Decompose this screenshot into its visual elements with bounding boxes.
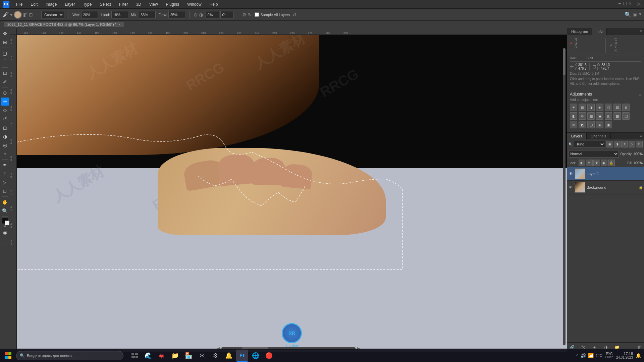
taskbar-chrome[interactable]: 🌐 [250,350,262,362]
layer-item-layer1[interactable]: 👁 Layer 1 [567,167,644,181]
document-tab[interactable]: 2022_12_11-GRACE FOOTS-482.tif @ 66,7% (… [4,22,124,27]
adj-vibrance[interactable]: ⬡ [605,104,612,111]
wet-input[interactable] [81,11,98,18]
adj-curves[interactable]: ◑ [587,104,595,111]
gradient-tool[interactable]: ◑ [1,132,9,140]
layers-menu-icon[interactable]: ≡ [638,133,644,139]
angle2-icon[interactable]: ↻ [248,12,252,17]
taskbar-app-red[interactable]: 🔴 [263,350,275,362]
show-hidden-icon[interactable]: ^ [576,353,578,358]
minimize-btn[interactable]: − [618,1,621,8]
hand-tool[interactable]: ✋ [1,198,9,206]
taskbar-edge[interactable]: 🌊 [142,350,154,362]
marquee-tool[interactable]: ▢ [1,49,9,57]
tab-histogram[interactable]: Histogram [567,28,592,35]
move-tool[interactable]: ✥ [1,29,9,38]
taskbar-opera[interactable]: ◉ [156,350,168,362]
filter-shape-icon[interactable]: ▷ [629,141,635,147]
adj-menu-icon[interactable]: ≡ [639,93,641,97]
workspace-icon[interactable]: ▣ [633,11,638,18]
adj-hsl[interactable]: ▧ [613,104,621,111]
sample-all-checkbox[interactable] [255,12,259,17]
screen-mode-btn[interactable]: ⬚ [1,237,9,245]
lock-artboards-btn[interactable]: ▣ [601,160,607,166]
window-close-btn[interactable]: ✕ [636,1,641,8]
canvas-area[interactable]: 110 120 130 140 150 160 170 180 190 200 … [10,28,567,352]
filter-pixel-icon[interactable]: ▣ [606,141,613,147]
menu-file[interactable]: File [15,1,24,7]
network-icon[interactable]: 📶 [588,353,594,358]
blend-mode-select[interactable]: Normal [569,150,619,158]
adj-gradient-map[interactable]: ▭ [570,121,577,128]
path-tool[interactable]: ▷ [1,178,9,186]
adj-invert[interactable]: ◰ [605,112,612,120]
adj-exposure[interactable]: ◈ [596,104,603,111]
adj-extra1[interactable]: ▢ [587,121,595,128]
adj-extra2[interactable]: ◈ [596,121,603,128]
lock-pixels-btn[interactable]: ✏ [586,160,593,166]
search-icon[interactable]: 🔍 [625,11,631,18]
load-input[interactable] [111,11,128,18]
lock-position-btn[interactable]: ✥ [593,160,600,166]
adj-color-balance[interactable]: ⊕ [622,104,630,111]
eraser-tool[interactable]: ◻ [1,124,9,132]
zoom-tool[interactable]: 🔍 [1,207,9,215]
v-scrollbar-thumb[interactable] [563,48,566,75]
taskbar-photoshop[interactable]: Ps [236,350,248,362]
filter-smart-icon[interactable]: ⊡ [636,141,643,147]
adj-bw[interactable]: ◧ [570,112,577,120]
share-icon[interactable]: ▾ [639,11,641,18]
taskbar-mail[interactable]: ✉ [196,350,208,362]
adj-posterize[interactable]: ▩ [613,112,621,120]
menu-help[interactable]: Help [208,1,219,7]
background-color[interactable] [5,221,9,225]
artboard-tool[interactable]: ⊞ [1,38,9,46]
gear-icon[interactable]: ⚙ [242,12,247,17]
vertical-scrollbar[interactable] [563,48,566,345]
tab-info[interactable]: Info [592,28,607,35]
dodge-tool[interactable]: ○ [1,150,9,158]
menu-filter[interactable]: Filter [118,1,129,7]
adj-extra3[interactable]: ▣ [605,121,612,128]
filter-adjustment-icon[interactable]: ◑ [614,141,621,147]
taskbar-task-view[interactable] [129,350,141,362]
opacity-value[interactable]: 100% [633,152,643,156]
lock-all-btn[interactable]: 🔒 [608,160,615,166]
brush-tool[interactable]: ✏ [1,98,9,106]
layer1-visibility-icon[interactable]: 👁 [569,171,573,176]
menu-edit[interactable]: Edit [29,1,39,7]
volume-icon[interactable]: 🔊 [580,353,586,358]
menu-select[interactable]: Select [98,1,112,7]
panel-menu-icon[interactable]: ≡ [638,28,644,35]
adj-threshold[interactable]: ◫ [622,112,630,120]
adj-color-lookup[interactable]: ▣ [596,112,603,120]
menu-layer[interactable]: Layer [63,1,76,7]
brush-options-icon[interactable]: ▾ [10,12,12,17]
lock-transparent-btn[interactable]: ◧ [579,160,585,166]
shape-tool[interactable]: □ [1,187,9,195]
menu-plugins[interactable]: Plugins [165,1,180,7]
mix-input[interactable] [139,11,156,18]
flow-input[interactable] [168,11,185,18]
lasso-tool[interactable]: ⌒ [1,58,9,66]
adj-selective-color[interactable]: ◩ [579,121,586,128]
maximize-btn[interactable]: □ [623,1,627,8]
system-clock[interactable]: 17:18 24.01.2023 [616,352,633,359]
menu-image[interactable]: Image [44,1,58,7]
history-brush-tool[interactable]: ↺ [1,115,9,123]
brush-alt-icon[interactable]: ⊡ [29,12,33,17]
taskbar-store[interactable]: 🏪 [182,350,195,362]
taskbar-unknown1[interactable]: 🔔 [223,350,235,362]
erase-icon[interactable]: ◑ [199,12,203,17]
adj-photo-filter[interactable]: ⊙ [579,112,586,120]
layers-kind-select[interactable]: Kind [574,141,605,147]
quick-mask-tool[interactable]: ◉ [1,228,9,236]
menu-type[interactable]: Type [82,1,93,7]
eyedropper-tool[interactable]: ✐ [1,78,9,86]
taskbar-search-box[interactable]: 🔍 Введите здесь для поиска [16,351,123,360]
mixer-brush-icon[interactable]: 🖌 [3,11,9,18]
document-close-icon[interactable]: × [118,22,120,26]
angle-deg-input[interactable] [220,11,234,18]
layer-item-background[interactable]: 👁 Background 🔒 [567,181,644,194]
crop-tool[interactable]: ⊡ [1,69,9,77]
